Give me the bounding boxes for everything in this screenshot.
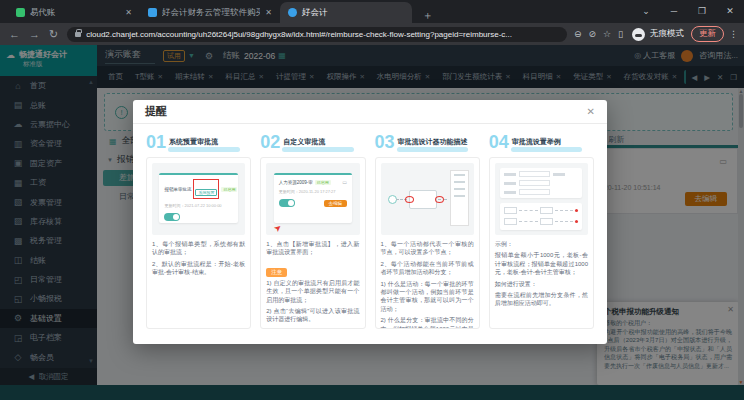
paragraph: 报销单金额小于1000元，老板-会计审核流程；报销单金额超过1000元，老板-会… [495, 251, 588, 276]
illustration-custom-flow: 人力资源2009-审 已启用 ▭ 更新时间：2020-11-20 17:27:2… [266, 163, 359, 235]
paragraph: 2、默认的审批流程是：开始-老板审批-会计审核-结束。 [152, 260, 245, 277]
browser-tab-label: 好会计 [302, 7, 328, 19]
new-tab-icon[interactable]: ＋ [422, 8, 433, 23]
url-text: cloud2.chanjet.com/accounting/uh26t264j5… [86, 30, 512, 39]
paragraph: 需要在流程前先增加分支条件，然后增加相应活动即可。 [495, 291, 588, 308]
chrome-menu-icon[interactable]: ⋮ [729, 29, 738, 39]
mini-edit-button: 去编辑 [324, 200, 348, 207]
enabled-tag: 已启用 [221, 187, 237, 192]
approval-flow-guide-modal: 提醒 ✕ 01 系统预置审批流 报销单审批流 系统预置 [133, 100, 607, 344]
browser-tab-yidaizhang[interactable]: 易代账 ✕ [8, 2, 140, 23]
title-underline [168, 147, 240, 152]
red-dot [575, 220, 578, 223]
yidaizhang-favicon [16, 8, 25, 17]
section-number: 04 [489, 133, 509, 151]
section-title: 系统预置审批流 [169, 137, 218, 147]
example-flow-panel [500, 203, 582, 230]
modal-title: 提醒 [145, 104, 167, 119]
maximize-icon[interactable]: ❐ [688, 0, 716, 23]
haokuaiji-favicon [148, 8, 157, 17]
section-number: 03 [375, 133, 395, 151]
tab-search-icon[interactable]: ⌄ [632, 0, 660, 23]
eye-blocked-icon[interactable]: ⊘ [588, 29, 596, 39]
paragraph: 1) 什么是活动：每一个审批的环节都叫做一个活动，例如当前环节是会计主管审核，那… [381, 280, 474, 314]
designer-side-panel [450, 170, 469, 226]
paragraph: 2、每个活动都能在当前环节前或者环节后增加活动和分支； [381, 260, 474, 277]
close-tab-icon[interactable]: ✕ [265, 8, 272, 17]
red-highlight-right [435, 196, 444, 203]
reload-icon[interactable]: ↻ [49, 28, 58, 41]
mini-flow-name: 报销单审批流 [164, 187, 191, 192]
paragraph: 1) 自定义的审批流只有启用后才能生效，且一个单据类型只能有一个启用的审批流； [266, 279, 359, 304]
url-bar[interactable]: cloud2.chanjet.com/accounting/uh26t264j5… [67, 27, 567, 42]
paragraph: 1、每个报销单类型，系统都有默认的审批流； [152, 240, 245, 257]
paragraph: 1、点击【新增审批流】，进入新审批流设置界面； [266, 240, 359, 257]
title-underline [282, 147, 354, 152]
trash-icon: ▭ [342, 179, 347, 185]
close-tab-icon[interactable]: ✕ [125, 8, 132, 17]
preset-tag: 系统预置 [195, 189, 217, 196]
mini-flow-name: 人力资源2009-审 [279, 180, 313, 185]
enable-toggle [279, 199, 295, 207]
browser-tab-haokuaiji-active[interactable]: 好会计 [280, 2, 412, 23]
zoom-out-icon[interactable]: ⊖ [574, 29, 582, 39]
lock-icon [75, 32, 81, 37]
side-panel-icon[interactable]: ▯ [618, 29, 623, 39]
red-arrow-icon: ➤ [272, 222, 284, 234]
incognito-label: 无痕模式 [650, 28, 684, 40]
red-highlight-box: 系统预置 [193, 179, 219, 199]
enable-toggle [164, 213, 180, 221]
minimize-icon[interactable]: ─ [660, 0, 688, 23]
illustration-preset-flow: 报销单审批流 系统预置 已启用 更新时间：2021-07-22 10:00:00 [152, 163, 245, 235]
browser-tab-label: 好会计财务云管理软件购买价格页... [162, 7, 260, 19]
update-button[interactable]: 更新 [691, 26, 724, 42]
section-custom-flow: 02 自定义审批流 人力资源2009-审 已启用 ▭ 更新时间：2020-11-… [260, 131, 365, 329]
section-title: 自定义审批流 [283, 137, 325, 147]
section-number: 01 [146, 133, 166, 151]
paragraph: 示例： [495, 240, 588, 248]
red-dot [575, 209, 578, 212]
paragraph: 1、每一个活动都代表一个审核的节点，可以设置多个节点； [381, 240, 474, 257]
browser-tab-haokuaiji-price[interactable]: 好会计财务云管理软件购买价格页... ✕ [140, 2, 280, 23]
example-form-panel [500, 168, 582, 198]
browser-tab-strip: 易代账 ✕ 好会计财务云管理软件购买价格页... ✕ 好会计 ＋ ⌄ ─ ❐ ✕ [0, 0, 744, 23]
illustration-designer [381, 163, 474, 235]
section-title: 审批流设置举例 [512, 137, 561, 147]
section-setup-example: 04 审批流设置举例 [489, 131, 594, 329]
notice-tag: 注意 [266, 268, 287, 277]
browser-toolbar: ← → ↻ cloud2.chanjet.com/accounting/uh26… [0, 23, 744, 45]
paragraph: 2) 什么是分支：审批流中不同的分支，例如报销单金额1000元以内是一个审批流程… [381, 316, 474, 329]
enabled-tag: 已启用 [315, 180, 331, 185]
section-number: 02 [260, 133, 280, 151]
close-window-icon[interactable]: ✕ [716, 0, 744, 23]
section-designer-functions: 03 审批流设计器功能描述 1、每一个活动都代表一个审核的节点，可以设置多个 [375, 131, 480, 329]
browser-tab-label: 易代账 [30, 7, 56, 19]
incognito-avatar[interactable] [632, 28, 645, 41]
section-title: 审批流设计器功能描述 [398, 137, 468, 147]
mini-updated-time: 更新时间：2020-11-20 17:27:27 [279, 189, 347, 194]
window-controls: ⌄ ─ ❐ ✕ [632, 0, 744, 23]
screen: 易代账 ✕ 好会计财务云管理软件购买价格页... ✕ 好会计 ＋ ⌄ ─ ❐ ✕… [0, 0, 744, 400]
bookmark-star-icon[interactable]: ☆ [603, 29, 611, 39]
title-underline [511, 147, 583, 152]
paragraph: 2) 点击“去编辑”可以进入该审批流设计器进行编辑。 [266, 307, 359, 324]
title-underline [397, 147, 469, 152]
modal-close-icon[interactable]: ✕ [587, 106, 595, 117]
section-preset-flow: 01 系统预置审批流 报销单审批流 系统预置 已启用 更新时间：2021-07-… [146, 131, 251, 329]
paragraph: 如何进行设置： [495, 280, 588, 288]
illustration-example [495, 163, 588, 235]
back-icon[interactable]: ← [9, 28, 20, 40]
haokuaiji-favicon [288, 8, 297, 17]
mini-updated-time: 更新时间：2021-07-22 10:00:00 [164, 203, 232, 208]
forward-icon[interactable]: → [29, 28, 40, 40]
